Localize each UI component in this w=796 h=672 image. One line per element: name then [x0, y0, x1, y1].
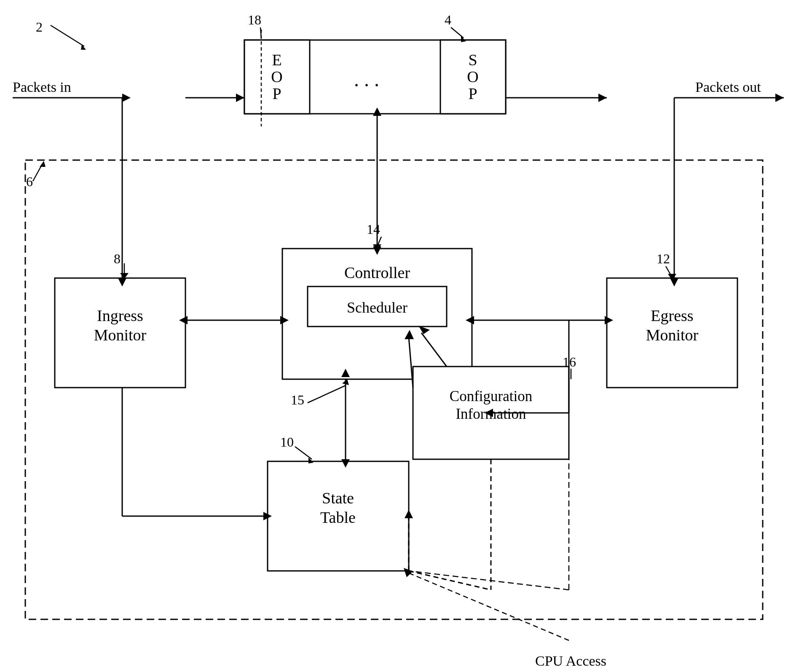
svg-line-65 — [260, 27, 261, 39]
diagram: E O P . . . S O P Ingress Monitor Egress… — [0, 0, 796, 672]
svg-text:Monitor: Monitor — [646, 326, 699, 344]
ref-2: 2 — [36, 19, 43, 35]
ref-14: 14 — [367, 222, 380, 237]
svg-text:O: O — [271, 68, 282, 86]
egress-monitor-label: Egress — [651, 307, 693, 324]
cpu-access-label: CPU Access — [535, 653, 606, 669]
ingress-monitor-label: Ingress — [97, 307, 143, 324]
ellipsis-label: . . . — [354, 68, 379, 91]
packets-in-label: Packets in — [13, 79, 71, 95]
ref-16: 16 — [563, 354, 576, 369]
svg-text:O: O — [467, 68, 478, 86]
svg-text:Monitor: Monitor — [94, 326, 147, 344]
config-info-label: Configuration — [450, 388, 532, 404]
controller-label: Controller — [344, 264, 410, 281]
ref-8: 8 — [114, 251, 121, 266]
sop-label: S — [468, 51, 477, 69]
svg-marker-33 — [598, 94, 607, 102]
svg-marker-24 — [775, 94, 784, 102]
svg-text:P: P — [272, 85, 281, 102]
eop-label: E — [272, 51, 281, 69]
svg-text:P: P — [468, 85, 477, 102]
svg-text:Table: Table — [320, 509, 356, 526]
ref-12: 12 — [657, 251, 670, 266]
ref-10: 10 — [280, 434, 294, 450]
ref-6: 6 — [26, 174, 33, 189]
state-table-label: State — [322, 489, 354, 507]
svg-marker-31 — [236, 94, 244, 102]
scheduler-label: Scheduler — [347, 299, 407, 316]
svg-marker-67 — [461, 36, 466, 42]
svg-marker-20 — [122, 94, 131, 102]
ref-15: 15 — [291, 392, 304, 407]
svg-line-63 — [51, 25, 84, 46]
ref-18: 18 — [248, 12, 261, 27]
ref-4: 4 — [445, 12, 451, 27]
diagram-svg: E O P . . . S O P Ingress Monitor Egress… — [0, 0, 796, 672]
packets-out-label: Packets out — [695, 79, 761, 95]
svg-line-66 — [451, 27, 464, 38]
